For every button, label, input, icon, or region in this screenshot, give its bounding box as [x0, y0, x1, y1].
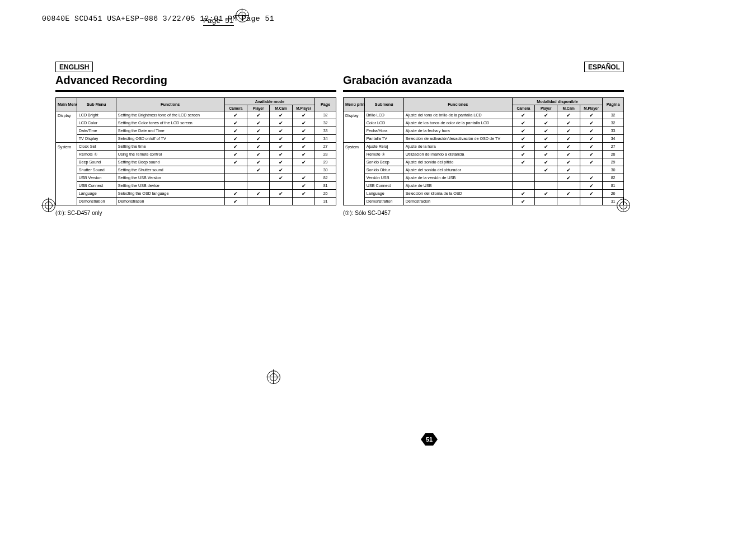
mode-cell: ✔ — [292, 135, 314, 143]
mode-cell: ✔ — [247, 166, 270, 174]
th-avail: Available mode — [224, 98, 315, 105]
table-row: Shutter SoundSetting the Shutter sound✔✔… — [56, 166, 336, 174]
mode-cell: ✔ — [557, 174, 580, 182]
table-row: LanguageSelecting the OSD language✔✔✔✔26 — [56, 190, 336, 198]
page-number: 51 — [425, 433, 433, 446]
mode-cell: ✔ — [557, 119, 580, 127]
function-cell: Ajuste de la versión de USB — [403, 174, 512, 182]
th-page: Page — [315, 98, 336, 111]
mode-cell: ✔ — [557, 143, 580, 151]
mode-cell: ✔ — [270, 158, 292, 166]
mode-cell: ✔ — [512, 198, 534, 205]
mode-cell — [247, 198, 270, 205]
mode-cell — [512, 166, 534, 174]
mode-cell: ✔ — [557, 190, 580, 198]
function-cell: Setting the USB device — [116, 182, 224, 190]
table-row: LCD ColorSetting the Color tones of the … — [56, 119, 336, 127]
mode-cell: ✔ — [580, 190, 602, 198]
page-cell: 32 — [315, 119, 336, 127]
registration-mark-icon — [41, 198, 55, 212]
page-cell: 32 — [315, 111, 336, 119]
sub-menu-cell: Pantalla TV — [364, 135, 403, 143]
table-row: TV DisplaySelecting OSD on/off of TV✔✔✔✔… — [56, 135, 336, 143]
table-row: SystemAjuste RelojAjuste de la hora✔✔✔✔2… — [344, 143, 624, 151]
footnote-english: (①): SC-D457 only — [55, 210, 336, 216]
page-cell: 27 — [315, 143, 336, 151]
language-badge-english: ENGLISH — [55, 62, 93, 72]
table-row: USB VersionSetting the USB Version✔✔82 — [56, 174, 336, 182]
page-cell: 26 — [603, 190, 624, 198]
sub-menu-cell: Color LCD — [364, 119, 403, 127]
english-column: ENGLISH Advanced Recording Main Menu Sub… — [55, 62, 336, 216]
sub-menu-cell: Date/Time — [77, 127, 116, 135]
th-func: Funciones — [403, 98, 512, 111]
mode-cell — [292, 198, 314, 205]
mode-cell: ✔ — [270, 174, 292, 182]
mode-cell: ✔ — [535, 127, 557, 135]
page-cell: 82 — [315, 174, 336, 182]
sub-menu-cell: Language — [364, 190, 403, 198]
page-cell: 33 — [603, 127, 624, 135]
table-row: Remote ①Using the remote control✔✔✔✔28 — [56, 151, 336, 158]
mode-cell — [270, 182, 292, 190]
page-cell: 81 — [603, 182, 624, 190]
mode-cell: ✔ — [535, 111, 557, 119]
mode-cell: ✔ — [512, 151, 534, 158]
mode-cell: ✔ — [580, 127, 602, 135]
mode-cell — [224, 182, 247, 190]
mode-cell: ✔ — [535, 190, 557, 198]
page-cell: 34 — [315, 135, 336, 143]
section-title-english: Advanced Recording — [55, 74, 336, 87]
page-cell: 29 — [603, 158, 624, 166]
table-row: Pantalla TVSelección de activación/desac… — [344, 135, 624, 143]
function-cell: Ajuste de los tonos de color de la panta… — [403, 119, 512, 127]
mode-cell: ✔ — [557, 111, 580, 119]
mode-cell: ✔ — [535, 151, 557, 158]
mode-cell: ✔ — [557, 135, 580, 143]
function-cell: Demonstration — [116, 198, 224, 205]
mode-cell: ✔ — [292, 174, 314, 182]
th-avail: Modalidad disponible — [512, 98, 603, 105]
mode-cell: ✔ — [224, 135, 247, 143]
table-row: DisplayLCD BrightSetting the Brightness … — [56, 111, 336, 119]
mode-cell — [512, 174, 534, 182]
footnote-spanish: (①): Sólo SC-D457 — [343, 210, 624, 216]
function-cell: Utilización del mando a distancia — [403, 151, 512, 158]
table-row: Date/TimeSetting the Date and Time✔✔✔✔33 — [56, 127, 336, 135]
th-page: Página — [603, 98, 624, 111]
page-cell: 31 — [315, 198, 336, 205]
main-menu-cell: System — [344, 143, 365, 205]
mode-cell: ✔ — [270, 119, 292, 127]
mode-cell: ✔ — [292, 143, 314, 151]
function-cell: Selecting the OSD language — [116, 190, 224, 198]
table-row: Color LCDAjuste de los tonos de color de… — [344, 119, 624, 127]
sub-menu-cell: USB Version — [77, 174, 116, 182]
sub-menu-cell: Fecha/Hora — [364, 127, 403, 135]
page-cell: 34 — [603, 135, 624, 143]
mode-cell — [557, 198, 580, 205]
sub-menu-cell: Ajuste Reloj — [364, 143, 403, 151]
sub-menu-cell: Shutter Sound — [77, 166, 116, 174]
page-cell: 30 — [603, 166, 624, 174]
page-cell: 33 — [315, 127, 336, 135]
mode-cell: ✔ — [247, 119, 270, 127]
function-cell: Ajuste del sonido del obturador — [403, 166, 512, 174]
function-cell: Selección de activación/desactivación de… — [403, 135, 512, 143]
th-sub: Submenú — [364, 98, 403, 111]
table-row: Remote ①Utilización del mando a distanci… — [344, 151, 624, 158]
mode-cell — [270, 198, 292, 205]
th-main: Main Menu — [56, 98, 77, 111]
mode-cell: ✔ — [512, 158, 534, 166]
sub-menu-cell: Remote ① — [364, 151, 403, 158]
mode-cell: ✔ — [512, 143, 534, 151]
mode-cell — [512, 182, 534, 190]
mode-cell: ✔ — [247, 111, 270, 119]
function-cell: Setting the USB Version — [116, 174, 224, 182]
function-cell: Ajuste del sonido del pitido — [403, 158, 512, 166]
main-menu-cell: Display — [56, 111, 77, 143]
mode-cell: ✔ — [292, 190, 314, 198]
mode-cell: ✔ — [557, 127, 580, 135]
function-cell: Setting the Color tones of the LCD scree… — [116, 119, 224, 127]
sub-menu-cell: USB Connect — [364, 182, 403, 190]
mode-cell: ✔ — [535, 135, 557, 143]
